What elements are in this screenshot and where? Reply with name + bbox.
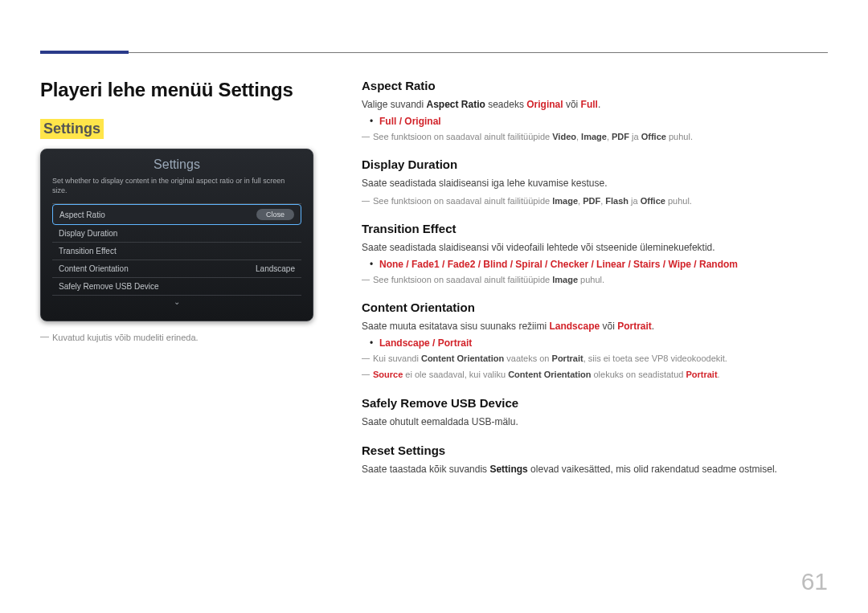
list-item-label: Content Orientation <box>59 264 129 273</box>
page-title: Playeri lehe menüü Settings <box>40 79 313 101</box>
bullet: Landscape / Portrait <box>362 337 828 349</box>
left-column: Playeri lehe menüü Settings Settings Set… <box>40 79 313 480</box>
list-item[interactable]: Aspect Ratio Close <box>52 204 301 225</box>
list-item-label: Aspect Ratio <box>59 210 105 219</box>
page-number: 61 <box>801 568 828 595</box>
list-item[interactable]: Content Orientation Landscape <box>52 260 301 278</box>
panel-list: Aspect Ratio Close Display Duration Tran… <box>52 203 301 296</box>
section-title-reset: Reset Settings <box>362 443 828 457</box>
footnote: See funktsioon on saadaval ainult failit… <box>362 130 828 144</box>
header-accent <box>40 51 129 54</box>
bullet: Full / Original <box>362 116 828 127</box>
footnote: Kui suvandi Content Orientation vaateks … <box>362 352 828 366</box>
bullet: None / Fade1 / Fade2 / Blind / Spiral / … <box>362 259 828 270</box>
chevron-down-icon[interactable]: ⌄ <box>52 296 301 306</box>
paragraph: Saate ohutult eemaldada USB-mälu. <box>362 415 828 430</box>
right-column: Aspect Ratio Valige suvandi Aspect Ratio… <box>362 79 828 480</box>
settings-highlight: Settings <box>40 119 104 139</box>
list-item[interactable]: Safely Remove USB Device <box>52 278 301 296</box>
panel-desc: Set whether to display content in the or… <box>52 177 301 195</box>
footnote: See funktsioon on saadaval ainult failit… <box>362 194 828 208</box>
section-title-transition: Transition Effect <box>362 222 828 235</box>
close-button[interactable]: Close <box>256 209 294 220</box>
list-item-label: Display Duration <box>59 229 117 238</box>
paragraph: Saate muuta esitatava sisu suunaks režii… <box>362 319 828 334</box>
list-item[interactable]: Display Duration <box>52 225 301 243</box>
list-item-label: Transition Effect <box>59 247 117 255</box>
section-title-display: Display Duration <box>362 157 828 171</box>
panel-title: Settings <box>52 157 301 172</box>
footnote: See funktsioon on saadaval ainult failit… <box>362 273 828 287</box>
section-title-usb: Safely Remove USB Device <box>362 396 828 410</box>
header-rule <box>40 52 828 53</box>
left-note: ―Kuvatud kujutis võib mudeliti erineda. <box>40 331 313 342</box>
paragraph: Valige suvandi Aspect Ratio seadeks Orig… <box>362 97 828 112</box>
section-title-aspect: Aspect Ratio <box>362 79 828 92</box>
list-item[interactable]: Transition Effect <box>52 243 301 260</box>
settings-panel: Settings Set whether to display content … <box>40 149 313 321</box>
list-item-label: Safely Remove USB Device <box>59 282 159 291</box>
footnote: Source ei ole saadaval, kui valiku Conte… <box>362 368 828 382</box>
paragraph: Saate seadistada slaidiseansi või videof… <box>362 240 828 255</box>
paragraph: Saate seadistada slaidiseansi iga lehe k… <box>362 176 828 191</box>
page-content: Playeri lehe menüü Settings Settings Set… <box>40 40 828 480</box>
paragraph: Saate taastada kõik suvandis Settings ol… <box>362 462 828 477</box>
list-item-value: Landscape <box>256 264 295 273</box>
section-title-orientation: Content Orientation <box>362 300 828 314</box>
